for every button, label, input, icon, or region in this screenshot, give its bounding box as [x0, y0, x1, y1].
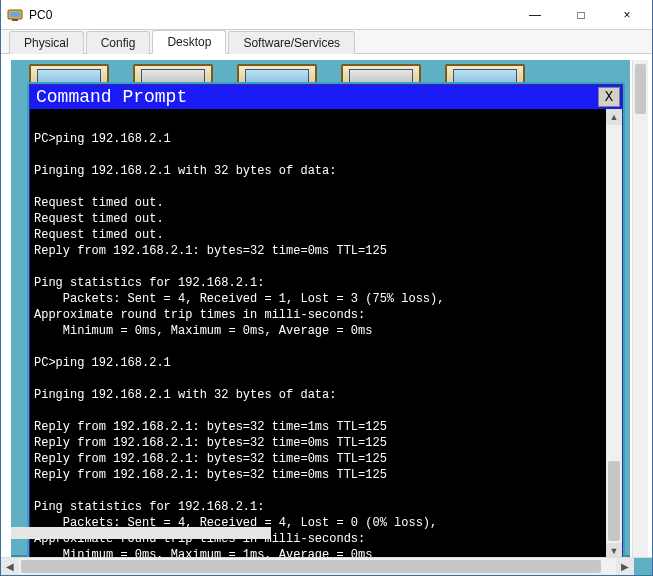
command-prompt-title: Command Prompt	[36, 87, 187, 107]
svg-rect-1	[10, 12, 20, 17]
scrollbar-thumb[interactable]	[635, 64, 646, 114]
window-title: PC0	[29, 8, 52, 22]
tab-config[interactable]: Config	[86, 31, 151, 54]
title-left: PC0	[7, 7, 52, 23]
minimize-button[interactable]: —	[512, 0, 558, 30]
scroll-down-arrow-icon[interactable]: ▼	[606, 543, 622, 557]
scroll-left-arrow-icon[interactable]: ◀	[1, 558, 19, 575]
scrollbar-thumb[interactable]	[21, 560, 601, 573]
status-strip	[11, 527, 271, 539]
window-buttons: — □ ×	[512, 0, 650, 30]
content-area: Command Prompt X PC>ping 192.168.2.1 Pin…	[1, 54, 652, 557]
app-icon	[7, 7, 23, 23]
close-button[interactable]: ×	[604, 0, 650, 30]
command-prompt-close-button[interactable]: X	[598, 87, 620, 107]
horizontal-scrollbar[interactable]: ◀ ▶	[1, 557, 652, 575]
scroll-up-arrow-icon[interactable]: ▲	[606, 109, 622, 125]
app-window: PC0 — □ × Physical Config Desktop Softwa…	[0, 0, 653, 576]
tab-physical[interactable]: Physical	[9, 31, 84, 54]
titlebar[interactable]: PC0 — □ ×	[1, 0, 652, 30]
command-prompt-window: Command Prompt X PC>ping 192.168.2.1 Pin…	[29, 84, 623, 557]
maximize-button[interactable]: □	[558, 0, 604, 30]
scrollbar-thumb[interactable]	[608, 461, 620, 541]
content-scrollbar[interactable]	[632, 60, 648, 557]
tab-desktop[interactable]: Desktop	[152, 30, 226, 54]
command-prompt-titlebar[interactable]: Command Prompt X	[30, 85, 622, 109]
tab-software-services[interactable]: Software/Services	[228, 31, 355, 54]
command-prompt-scrollbar[interactable]: ▲ ▼	[606, 109, 622, 557]
command-prompt-body[interactable]: PC>ping 192.168.2.1 Pinging 192.168.2.1 …	[30, 109, 606, 557]
scrollbar-corner	[634, 558, 652, 575]
scroll-right-arrow-icon[interactable]: ▶	[616, 558, 634, 575]
scrollbar-track[interactable]	[19, 558, 616, 575]
svg-rect-2	[12, 19, 18, 21]
scrollbar-track[interactable]	[606, 125, 622, 543]
tabbar: Physical Config Desktop Software/Service…	[1, 30, 652, 54]
